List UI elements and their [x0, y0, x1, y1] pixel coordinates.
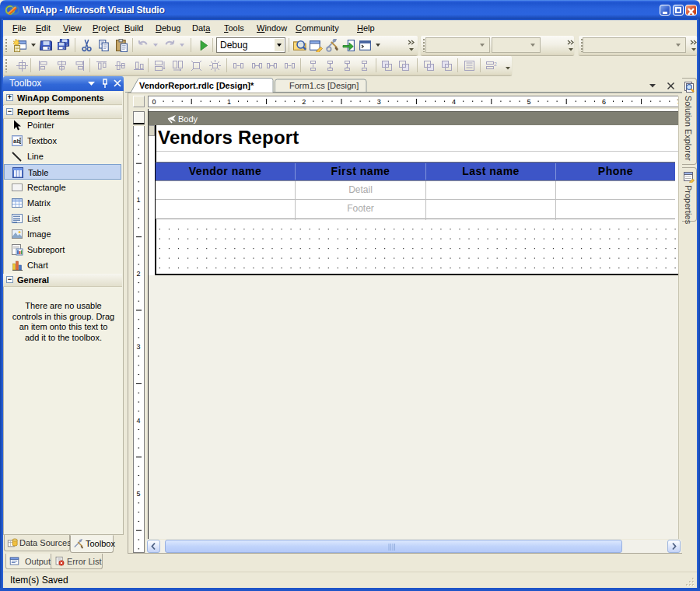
svg-text:3: 3: [377, 98, 381, 106]
svg-text:VendorReport.rdlc [Design]*: VendorReport.rdlc [Design]*: [139, 81, 254, 90]
svg-text:0: 0: [152, 98, 156, 106]
svg-text:Form1.cs [Design]: Form1.cs [Design]: [289, 81, 359, 90]
svg-text:4: 4: [136, 417, 140, 425]
svg-text:5: 5: [527, 98, 530, 106]
svg-text:5: 5: [136, 490, 140, 498]
svg-text:2: 2: [302, 98, 306, 106]
svg-text:3: 3: [136, 343, 140, 351]
svg-text:1: 1: [227, 98, 231, 106]
svg-text:1: 1: [136, 196, 140, 204]
svg-text:2: 2: [494, 61, 497, 67]
svg-text:6: 6: [602, 98, 606, 106]
svg-text:2: 2: [136, 270, 140, 278]
svg-text:4: 4: [452, 98, 456, 106]
